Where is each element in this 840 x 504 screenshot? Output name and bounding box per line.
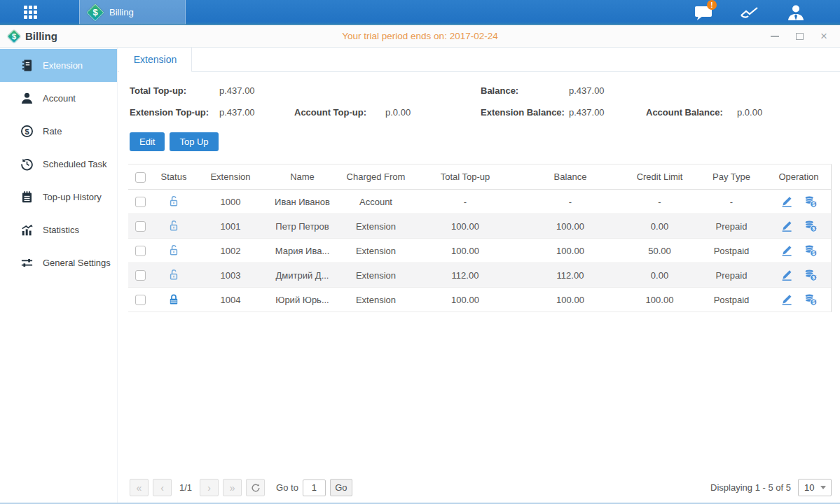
- summary-left: Total Top-up: p.437.00 Extension Top-up:…: [130, 80, 481, 123]
- billing-summary: Total Top-up: p.437.00 Extension Top-up:…: [130, 80, 832, 123]
- refresh-icon: [251, 483, 261, 493]
- operation-cell: $: [766, 268, 831, 282]
- column-header-charged-from: Charged From: [339, 172, 413, 182]
- sidebar-item-statistics[interactable]: Statistics: [0, 214, 117, 246]
- messages-button[interactable]: !: [693, 4, 714, 22]
- summary-right: Balance: p.437.00 Extension Balance: p.4…: [481, 80, 832, 123]
- lock-closed-icon: [167, 293, 181, 307]
- topup-extension-button[interactable]: $: [804, 268, 818, 282]
- sidebar-item-top-up-history[interactable]: Top-up History: [0, 181, 117, 214]
- first-page-button[interactable]: «: [130, 479, 149, 496]
- pay-type-cell: Prepaid: [696, 270, 766, 281]
- display-info: Displaying 1 - 5 of 5 10: [710, 479, 832, 496]
- pagination: « ‹ 1/1 › » Go to Go: [130, 479, 352, 496]
- charged-from-cell: Extension: [339, 246, 413, 256]
- row-checkbox[interactable]: [135, 295, 146, 305]
- main-content: Extension Total Top-up: p.437.00 Extensi…: [118, 48, 840, 503]
- column-header-credit-limit: Credit Limit: [623, 172, 696, 182]
- operation-cell: $: [766, 293, 831, 307]
- topbar: $ Billing !: [0, 0, 840, 25]
- tab-extension[interactable]: Extension: [119, 48, 192, 72]
- window-controls: ×: [770, 31, 829, 41]
- row-checkbox[interactable]: [135, 246, 146, 256]
- edit-extension-button[interactable]: [780, 195, 794, 209]
- column-header-balance: Balance: [518, 172, 623, 182]
- page-size-value: 10: [804, 482, 814, 493]
- sidebar-item-rate[interactable]: $Rate: [0, 115, 117, 148]
- checkbox-cell: [128, 270, 152, 281]
- ledger-icon: [20, 59, 34, 72]
- table-row-extension-1002: 1002Мария Ива...Extension100.00100.0050.…: [128, 239, 831, 263]
- user-button[interactable]: [785, 4, 806, 22]
- goto-page-input[interactable]: [303, 479, 326, 496]
- sidebar: ExtensionAccount$RateScheduled TaskTop-u…: [0, 48, 118, 503]
- row-checkbox[interactable]: [135, 270, 146, 281]
- billing-window: { "topbar": { "app_tab_label": "Billing"…: [0, 0, 840, 504]
- column-header-name: Name: [266, 172, 339, 182]
- topup-button[interactable]: Top Up: [170, 132, 218, 151]
- edit-extension-button[interactable]: [780, 268, 794, 282]
- displaying-text: Displaying 1 - 5 of 5: [710, 482, 791, 493]
- select-all-checkbox[interactable]: [135, 172, 146, 183]
- statistics-button[interactable]: [739, 4, 760, 22]
- edit-extension-button[interactable]: [780, 244, 794, 258]
- edit-extension-button[interactable]: [780, 219, 794, 233]
- apps-grid-icon[interactable]: [24, 6, 38, 20]
- maximize-button[interactable]: [794, 31, 804, 41]
- user-icon: [787, 4, 805, 21]
- sidebar-item-label: Scheduled Task: [43, 159, 107, 169]
- minimize-icon: [771, 36, 779, 37]
- balance-cell: 100.00: [518, 221, 623, 232]
- total-topup-value: p.437.00: [219, 85, 255, 96]
- edit-extension-button[interactable]: [780, 293, 794, 307]
- charged-from-cell: Extension: [339, 295, 413, 305]
- total-topup-label: Total Top-up:: [130, 85, 219, 96]
- go-button[interactable]: Go: [330, 479, 352, 496]
- pay-type-cell: Prepaid: [696, 221, 766, 232]
- prev-page-button[interactable]: ‹: [153, 479, 172, 496]
- next-page-button[interactable]: ›: [200, 479, 219, 496]
- edit-button[interactable]: Edit: [130, 132, 165, 151]
- credit-limit-cell: -: [623, 197, 696, 207]
- sidebar-item-scheduled-task[interactable]: Scheduled Task: [0, 148, 117, 181]
- extension-topup-label: Extension Top-up:: [130, 107, 219, 118]
- sidebar-item-label: Extension: [43, 60, 83, 71]
- topup-extension-button[interactable]: $: [804, 219, 818, 233]
- column-header-pay-type: Pay Type: [696, 172, 766, 182]
- billing-diamond-icon: $: [7, 29, 21, 43]
- name-cell: Дмитрий Д...: [266, 270, 339, 281]
- pay-type-cell: Postpaid: [696, 295, 766, 305]
- sidebar-item-label: General Settings: [43, 258, 111, 268]
- extension-table: StatusExtensionNameCharged FromTotal Top…: [128, 164, 832, 312]
- name-cell: Мария Ива...: [266, 246, 339, 256]
- billing-app-tab[interactable]: $ Billing: [79, 0, 186, 25]
- sidebar-item-account[interactable]: Account: [0, 82, 117, 115]
- toolbar: Edit Top Up: [130, 132, 832, 151]
- trial-notice: Your trial period ends on: 2017-02-24: [0, 31, 840, 41]
- column-header-operation: Operation: [766, 172, 831, 182]
- balance-cell: -: [518, 197, 623, 207]
- page-size-select[interactable]: 10: [798, 479, 832, 496]
- table-header-row: StatusExtensionNameCharged FromTotal Top…: [128, 164, 831, 190]
- name-cell: Иван Иванов: [266, 197, 339, 207]
- row-checkbox[interactable]: [135, 221, 146, 232]
- row-checkbox[interactable]: [135, 197, 146, 207]
- last-page-button[interactable]: »: [223, 479, 242, 496]
- window-title: $ Billing: [7, 29, 57, 43]
- maximize-icon: [796, 33, 804, 40]
- minimize-button[interactable]: [770, 31, 780, 41]
- topup-extension-button[interactable]: $: [804, 244, 818, 258]
- app-shell: ExtensionAccount$RateScheduled TaskTop-u…: [0, 48, 840, 503]
- topup-extension-button[interactable]: $: [804, 293, 818, 307]
- charged-from-cell: Extension: [339, 270, 413, 281]
- topup-extension-button[interactable]: $: [804, 195, 818, 209]
- sidebar-item-general-settings[interactable]: General Settings: [0, 246, 117, 279]
- checkbox-cell: [128, 245, 152, 256]
- stats-icon: [20, 223, 34, 237]
- refresh-button[interactable]: [246, 479, 265, 496]
- sidebar-item-extension[interactable]: Extension: [0, 49, 117, 82]
- total-topup-cell: -: [413, 197, 518, 207]
- name-cell: Юрий Юрь...: [266, 295, 339, 305]
- close-button[interactable]: ×: [819, 31, 829, 41]
- total-topup-cell: 100.00: [413, 246, 518, 256]
